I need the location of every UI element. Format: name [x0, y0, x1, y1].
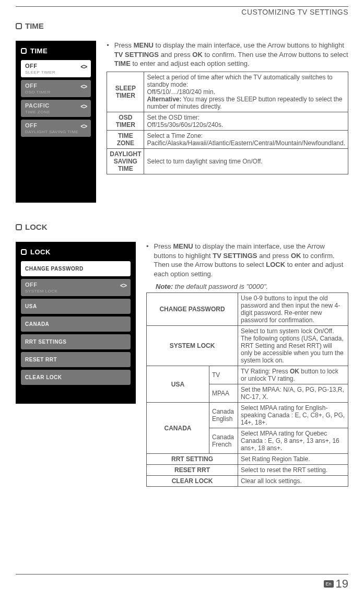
ss-item-rrt-settings: RRT SETTINGS: [21, 334, 131, 349]
chevron-icon: <>: [80, 123, 87, 130]
lock-row-canada-en-desc: Select MPAA rating for English-speaking …: [238, 403, 348, 428]
time-row-sleep-label: SLEEP TIMER: [107, 72, 144, 112]
ss-item-label: DAYLIGHT SAVING TIME: [25, 130, 87, 134]
ss-item-clear-lock: CLEAR LOCK: [21, 370, 131, 385]
lock-row-usa-tv-label: TV: [209, 366, 238, 384]
lock-row-canada-fr-label: Canada French: [209, 428, 238, 454]
lock-heading-text: LOCK: [25, 222, 48, 231]
lock-ss-title: LOCK: [21, 248, 131, 256]
lock-row-clear-label: CLEAR LOCK: [147, 476, 238, 487]
time-heading-text: TIME: [25, 21, 44, 30]
ss-item-value: OFF: [25, 282, 126, 288]
ss-item-label: OSD TIMER: [25, 90, 87, 95]
time-row-dst-desc: Select to turn daylight saving time On/O…: [144, 148, 348, 174]
lock-ss-title-text: LOCK: [30, 248, 51, 256]
table-row: DAYLIGHT SAVING TIME Select to turn dayl…: [107, 148, 348, 174]
lock-row-usa-tv-desc: TV Rating: Press OK button to lock or un…: [238, 366, 348, 384]
lock-intro: • Press MENU to display the main interfa…: [146, 242, 348, 278]
lock-row-usa-mpaa-label: MPAA: [209, 384, 238, 403]
lock-row-rrt-desc: Set Rating Region Table.: [238, 454, 348, 465]
ss-item-canada: CANADA: [21, 316, 131, 332]
top-rule: [16, 6, 348, 7]
lock-note: Note: the default password is "0000".: [146, 283, 348, 290]
table-row: CLEAR LOCK Clear all lock settings.: [147, 476, 348, 487]
ss-item-sleep-timer: OFF SLEEP TIMER <>: [21, 60, 91, 77]
time-table: SLEEP TIMER Select a period of time afte…: [107, 72, 348, 174]
ss-item-value: PACIFIC: [25, 103, 87, 109]
lock-row-clear-desc: Clear all lock settings.: [238, 476, 348, 487]
table-row: RESET RRT Select to reset the RRT settin…: [147, 465, 348, 476]
ss-item-time-zone: PACIFIC TIME ZONE <>: [21, 100, 91, 117]
lock-row-cp-desc: Use 0-9 buttons to input the old passwor…: [238, 293, 348, 326]
time-heading: TIME: [16, 21, 348, 30]
lock-row-cp-label: CHANGE PASSWORD: [147, 293, 238, 326]
bullet-icon: •: [107, 41, 109, 68]
lock-heading: LOCK: [16, 222, 348, 231]
ss-item-dst: OFF DAYLIGHT SAVING TIME <>: [21, 120, 91, 137]
chevron-icon: <>: [80, 83, 87, 90]
lock-row-sl-desc: Select to turn system lock On/Off. The f…: [238, 326, 348, 366]
lock-row-canada-en-label: Canada English: [209, 403, 238, 428]
time-row-osd-desc: Set the OSD timer: Off/15s/30s/60s/120s/…: [144, 112, 348, 130]
time-row-dst-label: DAYLIGHT SAVING TIME: [107, 148, 144, 174]
ss-item-reset-rrt: RESET RRT: [21, 352, 131, 367]
ss-item-usa: USA: [21, 299, 131, 314]
lock-row-canada-label: CANADA: [147, 403, 209, 454]
square-icon: [16, 224, 22, 230]
chevron-icon: <>: [120, 282, 126, 289]
time-row-tz-desc: Select a Time Zone: Pacific/Alaska/Hawai…: [144, 130, 348, 148]
table-row: OSD TIMER Set the OSD timer: Off/15s/30s…: [107, 112, 348, 130]
square-icon: [21, 249, 27, 255]
lock-row-sl-label: SYSTEM LOCK: [147, 326, 238, 366]
page-number: 19: [336, 577, 348, 591]
lang-label: En: [324, 580, 334, 588]
table-row: TIME ZONE Select a Time Zone: Pacific/Al…: [107, 130, 348, 148]
square-icon: [21, 48, 27, 54]
ss-item-value: OFF: [25, 83, 87, 89]
page-badge: En 19: [324, 577, 349, 591]
lock-screenshot: LOCK CHANGE PASSWORD OFF SYSTEM LOCK <> …: [16, 242, 136, 404]
time-ss-title-text: TIME: [30, 47, 48, 55]
lock-row-reset-label: RESET RRT: [147, 465, 238, 476]
time-row-tz-label: TIME ZONE: [107, 130, 144, 148]
bullet-icon: •: [146, 242, 149, 278]
chevron-icon: <>: [80, 63, 87, 71]
time-ss-title: TIME: [21, 47, 91, 55]
ss-item-value: OFF: [25, 123, 87, 128]
table-row: SLEEP TIMER Select a period of time afte…: [107, 72, 348, 112]
footer: En 19: [16, 574, 348, 591]
ss-item-value: OFF: [25, 63, 87, 69]
page-header: CUSTOMIZING TV SETTINGS: [16, 8, 348, 16]
time-row-osd-label: OSD TIMER: [107, 112, 144, 130]
time-row-sleep-desc: Select a period of time after which the …: [144, 72, 348, 112]
lock-table: CHANGE PASSWORD Use 0-9 buttons to input…: [146, 292, 348, 487]
ss-item-osd-timer: OFF OSD TIMER <>: [21, 80, 91, 97]
time-screenshot: TIME OFF SLEEP TIMER <> OFF OSD TIMER <>…: [16, 41, 96, 203]
table-row: CANADA Canada English Select MPAA rating…: [147, 403, 348, 428]
square-icon: [16, 23, 22, 29]
lock-row-usa-mpaa-desc: Set the MPAA: N/A, G, PG, PG-13,R, NC-17…: [238, 384, 348, 403]
lock-row-usa-label: USA: [147, 366, 209, 403]
table-row: USA TV TV Rating: Press OK button to loc…: [147, 366, 348, 384]
ss-item-label: TIME ZONE: [25, 110, 87, 114]
lock-row-reset-desc: Select to reset the RRT setting.: [238, 465, 348, 476]
ss-item-change-password: CHANGE PASSWORD: [21, 261, 131, 276]
table-row: SYSTEM LOCK Select to turn system lock O…: [147, 326, 348, 366]
ss-item-label: SLEEP TIMER: [25, 70, 87, 75]
table-row: RRT SETTING Set Rating Region Table.: [147, 454, 348, 465]
ss-item-system-lock: OFF SYSTEM LOCK <>: [21, 279, 131, 296]
table-row: CHANGE PASSWORD Use 0-9 buttons to input…: [147, 293, 348, 326]
chevron-icon: <>: [80, 103, 87, 110]
lock-row-canada-fr-desc: Select MPAA rating for Quebec Canada : E…: [238, 428, 348, 454]
lock-intro-text: Press MENU to display the main interface…: [154, 242, 348, 278]
time-intro: • Press MENU to display the main interfa…: [107, 41, 348, 68]
ss-item-label: SYSTEM LOCK: [25, 289, 126, 294]
time-intro-text: Press MENU to display the main interface…: [114, 41, 348, 68]
lock-row-rrt-label: RRT SETTING: [147, 454, 238, 465]
